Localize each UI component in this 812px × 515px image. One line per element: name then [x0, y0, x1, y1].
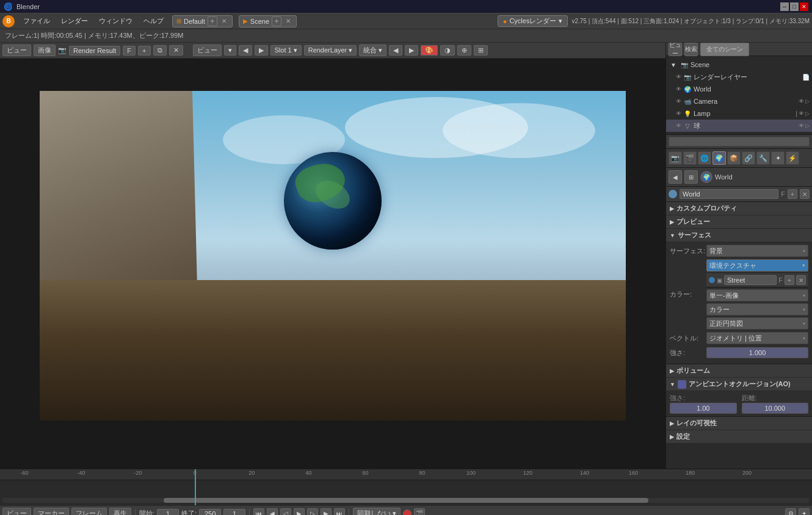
prop-modifier-btn[interactable]: 🔧: [756, 151, 770, 165]
workspace-default[interactable]: ⊞ Default + ✕: [172, 15, 233, 27]
view-btn[interactable]: ビュー: [2, 45, 31, 56]
world-name-bar: F + ✕: [666, 187, 812, 202]
prop-world-active-btn[interactable]: 🌍: [712, 151, 726, 165]
tree-sphere[interactable]: 👁 ▽ 球 👁 ▷: [666, 120, 812, 132]
ao-strength-slider[interactable]: 1.00: [670, 403, 737, 414]
skip-end-btn[interactable]: ⏭: [334, 508, 345, 516]
plus-btn[interactable]: +: [138, 46, 150, 56]
current-frame-input[interactable]: [223, 509, 245, 516]
timeline-cursor[interactable]: [195, 469, 196, 505]
prop-physics-btn[interactable]: ⚡: [786, 151, 799, 165]
maximize-button[interactable]: □: [790, 2, 799, 11]
prop-scene-btn[interactable]: 🎬: [683, 151, 697, 165]
keying-btn[interactable]: ✦: [799, 508, 810, 516]
color-btn[interactable]: 🎨: [421, 45, 438, 56]
projection-dropdown[interactable]: 正距円筒図 ▾: [706, 317, 808, 330]
surface-value-dropdown[interactable]: 背景 ▾: [706, 245, 808, 257]
ray-visibility-header[interactable]: ▶ レイの可視性: [666, 417, 812, 430]
prop-constraint-btn[interactable]: 🔗: [742, 151, 755, 165]
world-name-input[interactable]: [680, 189, 778, 199]
custom-props-header[interactable]: ▶ カスタムプロパティ: [666, 202, 812, 215]
frame-btn[interactable]: フレーム: [71, 508, 107, 515]
close-button[interactable]: ✕: [800, 2, 808, 11]
f-btn[interactable]: F: [123, 46, 136, 56]
timeline-scrollbar[interactable]: [2, 498, 810, 503]
tree-camera[interactable]: 👁 📹 Camera 👁 ▷: [666, 95, 812, 107]
workspace-scene[interactable]: ▶ Scene + ✕: [239, 15, 297, 27]
nav2-left[interactable]: ◀: [389, 45, 402, 56]
record-btn[interactable]: [403, 510, 411, 516]
preview-header[interactable]: ▶ プレビュー: [666, 215, 812, 229]
camera-playback-btn[interactable]: 🎬: [414, 508, 425, 516]
tree-world[interactable]: 👁 🌍 World: [666, 83, 812, 95]
ao-toggle[interactable]: [678, 380, 686, 389]
copy-btn[interactable]: ⧉: [153, 45, 167, 56]
search-input[interactable]: [669, 137, 810, 146]
sync-dropdown[interactable]: 同期しない ▾: [353, 508, 401, 515]
marker-btn[interactable]: マーカー: [34, 508, 69, 515]
skip-start-btn[interactable]: ⏮: [253, 508, 264, 516]
settings-playback-btn[interactable]: ⚙: [785, 508, 796, 516]
scene-add-btn[interactable]: +: [272, 16, 281, 26]
play-menu-btn[interactable]: 再生: [109, 508, 131, 515]
volume-header[interactable]: ▶ ボリューム: [666, 364, 812, 378]
contrast-btn[interactable]: ◑: [440, 45, 455, 56]
scene-close-btn[interactable]: ✕: [284, 17, 292, 26]
view2-btn[interactable]: ビュー: [193, 45, 222, 56]
color-space-dropdown[interactable]: カラー ▾: [706, 303, 808, 315]
menu-help[interactable]: ヘルプ: [139, 15, 169, 27]
strength-slider[interactable]: 1.000: [706, 347, 808, 358]
expand-btn[interactable]: ⊞: [474, 45, 488, 56]
x-btn[interactable]: ✕: [169, 45, 183, 56]
next-frame-btn[interactable]: ▶: [321, 508, 332, 516]
prev-keyframe-btn[interactable]: ◁: [280, 508, 291, 516]
combine-dropdown[interactable]: 統合 ▾: [359, 45, 386, 56]
render-result-field[interactable]: Render Result: [69, 46, 120, 56]
image-btn[interactable]: 画像: [34, 45, 56, 56]
ao-header[interactable]: ▼ アンビエントオクルージョン(AO): [666, 378, 812, 391]
image-type-dropdown[interactable]: 単一-画像 ▾: [706, 289, 808, 301]
color-env-texture-btn[interactable]: 環境テクスチャ ▾: [706, 259, 808, 272]
surface-header[interactable]: ▼ サーフェス: [666, 229, 812, 242]
world-remove-btn[interactable]: ✕: [800, 189, 810, 199]
workspace-add-btn[interactable]: +: [208, 16, 217, 26]
properties-icons: 📷 🎬 🌐 🌍 📦 🔗 🔧 ✦ ⚡: [666, 149, 812, 168]
tree-lamp[interactable]: 👁 💡 Lamp | 👁 ▷: [666, 107, 812, 120]
world-add-btn[interactable]: +: [788, 189, 797, 199]
scene-root[interactable]: ▼ 📷 Scene: [666, 59, 812, 71]
vector-dropdown[interactable]: ジオメトリ | 位置 ▾: [706, 332, 808, 344]
world-nav-btn[interactable]: ◀: [669, 170, 682, 184]
play-btn[interactable]: ▶: [294, 508, 305, 516]
minimize-button[interactable]: ─: [780, 2, 789, 11]
frame-start-input[interactable]: [157, 509, 179, 516]
outliner-view-btn[interactable]: ビュー: [669, 43, 682, 56]
ao-distance-slider[interactable]: 10.000: [742, 403, 809, 414]
menu-render[interactable]: レンダー: [56, 15, 93, 27]
slot-dropdown[interactable]: Slot 1 ▾: [270, 45, 302, 56]
outliner-all-scenes-btn[interactable]: 全てのシーン: [700, 43, 749, 56]
next-keyframe-btn[interactable]: ▷: [307, 508, 318, 516]
nav-left-btn[interactable]: ◀: [239, 45, 252, 56]
prop-particles-btn[interactable]: ✦: [771, 151, 785, 165]
prev-frame-btn[interactable]: ◀: [267, 508, 278, 516]
frame-end-input[interactable]: [199, 509, 221, 516]
outliner-search-btn[interactable]: 検索: [684, 43, 698, 56]
tree-render-layer[interactable]: 👁 📷 レンダーレイヤー 📄: [666, 71, 812, 83]
tex-add-btn[interactable]: +: [785, 275, 794, 285]
menu-file[interactable]: ファイル: [18, 15, 55, 27]
menu-window[interactable]: ウィンドウ: [94, 15, 137, 27]
tex-remove-btn[interactable]: ✕: [796, 275, 806, 285]
nav2-right[interactable]: ▶: [405, 45, 418, 56]
render-engine-selector[interactable]: ● Cyclesレンダー ▾: [498, 15, 568, 27]
prop-object-btn[interactable]: 📦: [727, 151, 741, 165]
render-layer-dropdown[interactable]: RenderLayer ▾: [304, 45, 357, 56]
view-timeline-btn[interactable]: ビュー: [2, 508, 31, 515]
prop-world-btn[interactable]: 🌐: [698, 151, 711, 165]
view-mode-dropdown[interactable]: ▾: [224, 45, 236, 56]
settings-header[interactable]: ▶ 設定: [666, 430, 812, 444]
zoom-btn[interactable]: ⊕: [457, 45, 471, 56]
prop-render-btn[interactable]: 📷: [669, 151, 682, 165]
workspace-close-btn[interactable]: ✕: [220, 17, 228, 26]
nav-right-btn[interactable]: ▶: [255, 45, 268, 56]
world-type-btn[interactable]: ⊞: [684, 170, 698, 184]
